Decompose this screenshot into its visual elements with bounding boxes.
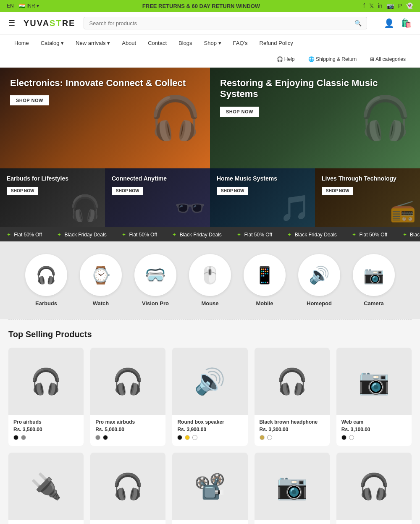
category-label-homepod: Homepod xyxy=(307,300,332,307)
currency-selector[interactable]: 🇮🇳 INR ▾ xyxy=(19,3,39,9)
hero-title-1: Electronics: Innovate Connect & Collect xyxy=(10,78,186,89)
nav-home[interactable]: Home xyxy=(8,35,35,51)
snapchat-icon[interactable]: 👻 xyxy=(406,3,413,9)
sub-shop-btn-3[interactable]: SHOP NOW xyxy=(217,187,248,195)
swatch-white[interactable] xyxy=(349,435,354,440)
product-info-7: Over-ear headphone xyxy=(90,520,165,524)
sub-title-4: Lives Through Technology xyxy=(322,175,396,182)
hero-shop-btn-1[interactable]: SHOP NOW xyxy=(10,95,49,105)
nav-about[interactable]: About xyxy=(116,35,142,51)
nav-refund[interactable]: Refund Policy xyxy=(254,35,299,51)
category-homepod[interactable]: 🔊 Homepod xyxy=(298,254,340,307)
swatch-yellow[interactable] xyxy=(185,435,190,440)
sub-banner-4[interactable]: Lives Through Technology SHOP NOW xyxy=(315,168,420,227)
category-circle-camera: 📷 xyxy=(353,254,395,296)
mobile-icon: 📱 xyxy=(254,265,275,285)
category-mobile[interactable]: 📱 Mobile xyxy=(244,254,286,307)
sub-banner-2[interactable]: Connected Anytime SHOP NOW xyxy=(105,168,210,227)
swatch-gold[interactable] xyxy=(260,435,265,440)
product-card-8[interactable]: 📽️ Mini projector xyxy=(172,453,247,524)
product-img-5: 📷 xyxy=(336,348,412,415)
hamburger-menu[interactable]: ☰ xyxy=(8,18,15,28)
product-info-10: True wireless earbuds xyxy=(336,520,412,524)
product-name-4: Black brown headphone xyxy=(260,419,325,425)
product-card-5[interactable]: 📷 Web cam Rs. 3,100.00 xyxy=(336,348,412,446)
category-watch[interactable]: ⌚ Watch xyxy=(80,254,122,307)
swatch-white[interactable] xyxy=(267,435,272,440)
nav-blogs[interactable]: Blogs xyxy=(173,35,198,51)
categories-section: 🎧 Earbuds ⌚ Watch 🥽 Vision Pro 🖱️ Mouse … xyxy=(0,241,420,319)
top-bar-left: EN 🇮🇳 INR ▾ xyxy=(7,3,39,9)
search-icon[interactable]: 🔍 xyxy=(354,20,362,26)
twitter-icon[interactable]: 𝕏 xyxy=(369,3,374,9)
swatch-gray[interactable] xyxy=(21,435,26,440)
hero-content-1: Electronics: Innovate Connect & Collect … xyxy=(0,68,196,115)
nav-shipping[interactable]: 🌐 Shipping & Return xyxy=(302,51,363,67)
account-icon[interactable]: 👤 xyxy=(384,18,394,28)
lang-selector[interactable]: EN xyxy=(7,3,14,9)
product-card-2[interactable]: 🎧 Pro max airbuds Rs. 5,000.00 xyxy=(90,348,165,446)
product-img-8: 📽️ xyxy=(172,453,247,520)
swatch-black[interactable] xyxy=(13,435,18,440)
marquee-bar: ✦ Flat 50% Off ✦ Black Friday Deals ✦ Fl… xyxy=(0,227,420,241)
product-card-7[interactable]: 🎧 Over-ear headphone xyxy=(90,453,165,524)
swatch-white[interactable] xyxy=(192,435,197,440)
hero-shop-btn-2[interactable]: SHOP NOW xyxy=(220,107,259,117)
instagram-icon[interactable]: 📷 xyxy=(387,3,394,9)
swatch-black[interactable] xyxy=(103,435,108,440)
nav-new-arrivals[interactable]: New arrivals ▾ xyxy=(70,35,116,51)
swatch-gray[interactable] xyxy=(95,435,100,440)
nav-faq[interactable]: FAQ's xyxy=(227,35,254,51)
category-vision-pro[interactable]: 🥽 Vision Pro xyxy=(134,254,176,307)
marquee-item: ✦ Black Friday Deals xyxy=(172,232,221,238)
sub-shop-btn-4[interactable]: SHOP NOW xyxy=(322,187,353,195)
category-label-camera: Camera xyxy=(364,300,384,307)
marquee-item: ✦ Black Friday Deals xyxy=(287,232,336,238)
linkedin-icon[interactable]: in xyxy=(378,3,383,9)
sub-content-4: Lives Through Technology SHOP NOW xyxy=(315,168,403,202)
category-circle-earbuds: 🎧 xyxy=(25,254,67,296)
search-bar[interactable]: 🔍 xyxy=(84,17,367,29)
nav-help[interactable]: 🎧 Help xyxy=(271,51,301,67)
nav-shop[interactable]: Shop ▾ xyxy=(198,35,227,51)
category-earbuds[interactable]: 🎧 Earbuds xyxy=(25,254,67,307)
facebook-icon[interactable]: f xyxy=(363,3,365,9)
product-card-1[interactable]: 🎧 Pro airbuds Rs. 3,500.00 xyxy=(8,348,84,446)
sub-shop-btn-2[interactable]: SHOP NOW xyxy=(112,187,143,195)
header: ☰ YUVASTRE 🔍 👤 🛍️ xyxy=(0,12,420,35)
hero-banner-1[interactable]: Electronics: Innovate Connect & Collect … xyxy=(0,68,210,168)
cart-icon[interactable]: 🛍️ xyxy=(401,18,412,28)
product-img-9: 📷 xyxy=(255,453,330,520)
product-price-2: Rs. 5,000.00 xyxy=(95,427,160,432)
product-card-3[interactable]: 🔊 Round box speaker Rs. 3,900.00 xyxy=(172,348,247,446)
category-mouse[interactable]: 🖱️ Mouse xyxy=(189,254,231,307)
nav-catalog[interactable]: Catalog ▾ xyxy=(35,35,70,51)
sub-content-2: Connected Anytime SHOP NOW xyxy=(105,168,173,202)
pinterest-icon[interactable]: P xyxy=(398,3,402,9)
sub-banner-3[interactable]: Home Music Systems SHOP NOW xyxy=(210,168,315,227)
products-grid-row2: 🔌 Charging dock 🎧 Over-ear headphone 📽️ … xyxy=(8,453,412,524)
product-name-2: Pro max airbuds xyxy=(95,419,160,425)
product-card-6[interactable]: 🔌 Charging dock xyxy=(8,453,84,524)
product-info-8: Mini projector xyxy=(172,520,247,524)
category-camera[interactable]: 📷 Camera xyxy=(353,254,395,307)
sub-shop-btn-1[interactable]: SHOP NOW xyxy=(7,187,38,195)
swatch-black[interactable] xyxy=(341,435,346,440)
sub-banner-1[interactable]: Earbuds for Lifestyles SHOP NOW xyxy=(0,168,105,227)
search-input[interactable] xyxy=(89,20,354,26)
product-card-9[interactable]: 📷 Webcam HD xyxy=(255,453,330,524)
vision-pro-icon: 🥽 xyxy=(145,265,166,285)
product-info-4: Black brown headphone Rs. 3,300.00 xyxy=(255,415,330,446)
social-icons: f 𝕏 in 📷 P 👻 xyxy=(363,3,413,9)
nav-contact[interactable]: Contact xyxy=(142,35,173,51)
product-card-10[interactable]: 🎧 True wireless earbuds xyxy=(336,453,412,524)
product-card-4[interactable]: 🎧 Black brown headphone Rs. 3,300.00 xyxy=(255,348,330,446)
product-name-1: Pro airbuds xyxy=(13,419,79,425)
product-info-5: Web cam Rs. 3,100.00 xyxy=(336,415,412,446)
category-label-vision: Vision Pro xyxy=(142,300,169,307)
logo[interactable]: YUVASTRE xyxy=(24,18,75,28)
hero-banner-2[interactable]: Restoring & Enjoying Classic Music Syste… xyxy=(210,68,420,168)
swatch-black[interactable] xyxy=(177,435,182,440)
category-circle-mouse: 🖱️ xyxy=(189,254,231,296)
nav-all-categories[interactable]: ⊞ All categories xyxy=(364,51,412,67)
